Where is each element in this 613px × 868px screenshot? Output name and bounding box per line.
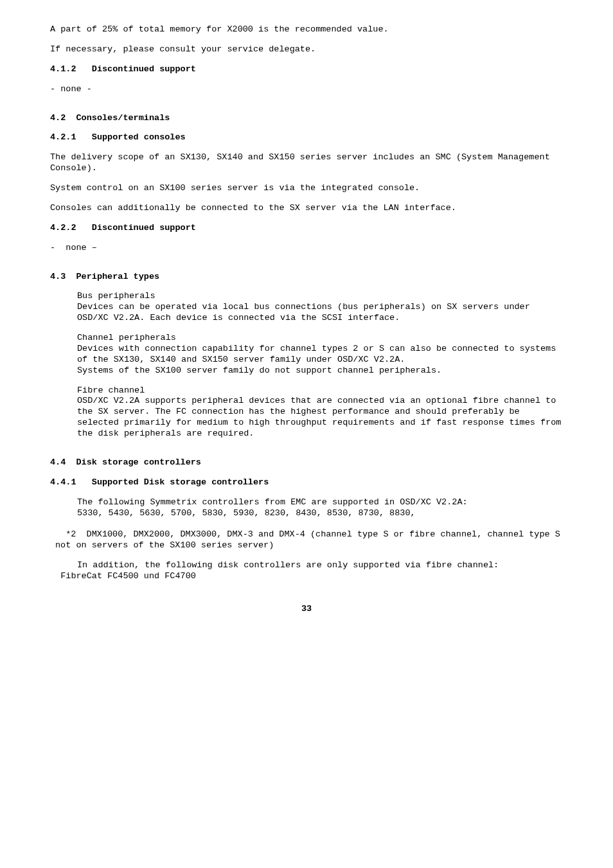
body-text: Consoles can additionally be connected t… — [50, 203, 563, 214]
body-text: Devices can be operated via local bus co… — [77, 302, 563, 324]
body-text: System control on an SX100 series server… — [50, 183, 563, 194]
body-text: In addition, the following disk controll… — [77, 560, 563, 571]
page-number: 33 — [50, 604, 563, 615]
margin-note: *2 — [66, 529, 86, 539]
body-text: Systems of the SX100 server family do no… — [77, 366, 563, 376]
body-text: Devices with connection capability for c… — [77, 344, 563, 366]
heading-4-4: 4.4 Disk storage controllers — [50, 457, 563, 468]
body-text: A part of 25% of total memory for X2000 … — [50, 24, 563, 35]
heading-4-2-1: 4.2.1 Supported consoles — [50, 132, 563, 143]
heading-4-1-2: 4.1.2 Discontinued support — [50, 64, 563, 75]
body-text-noted: *2 DMX1000, DMX2000, DMX3000, DMX-3 and … — [55, 518, 563, 551]
body-text: - none - — [50, 84, 563, 95]
body-text: - none – — [50, 243, 563, 254]
heading-4-2-2: 4.2.2 Discontinued support — [50, 223, 563, 234]
subheading-fibre-channel: Fibre channel — [77, 385, 563, 396]
heading-4-4-1: 4.4.1 Supported Disk storage controllers — [50, 477, 563, 488]
body-text: FibreCat FC4500 und FC4700 — [50, 571, 563, 582]
body-text: If necessary, please consult your servic… — [50, 44, 563, 55]
subheading-channel-peripherals: Channel peripherals — [77, 333, 563, 344]
body-text: 5330, 5430, 5630, 5700, 5830, 5930, 8230… — [77, 508, 563, 519]
body-text: The delivery scope of an SX130, SX140 an… — [50, 152, 563, 174]
heading-4-3: 4.3 Peripheral types — [50, 272, 563, 283]
subheading-bus-peripherals: Bus peripherals — [77, 291, 563, 302]
body-text: The following Symmetrix controllers from… — [77, 497, 563, 508]
heading-4-2: 4.2 Consoles/terminals — [50, 113, 563, 124]
body-text: OSD/XC V2.2A supports peripheral devices… — [77, 396, 563, 439]
body-text: DMX1000, DMX2000, DMX3000, DMX-3 and DMX… — [55, 529, 565, 550]
